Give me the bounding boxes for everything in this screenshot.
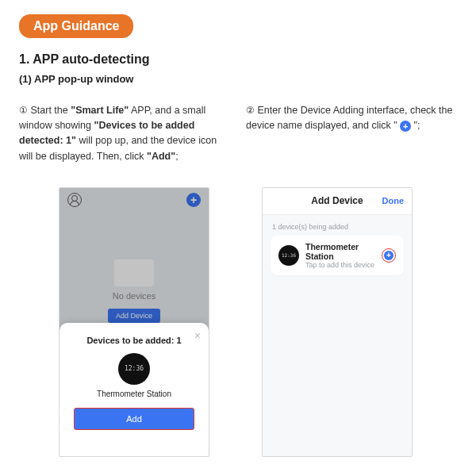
plus-icon: +: [384, 251, 393, 260]
section-badge: App Guidance: [19, 14, 133, 38]
device-row-hint: Tap to add this device: [305, 261, 375, 269]
done-button[interactable]: Done: [382, 188, 405, 214]
screenshot-popup: + No devices Add Device × Devices to be …: [59, 187, 209, 457]
being-added-label: 1 device(s) being added: [263, 215, 412, 236]
device-name-label: Thermometer Station: [69, 390, 199, 398]
add-device-header: Add Device: [311, 195, 363, 206]
device-row[interactable]: 12:36 Thermometer Station Tap to add thi…: [271, 236, 404, 275]
step-2-marker: ②: [246, 103, 255, 118]
step-2-text: ② Enter the Device Adding interface, che…: [246, 103, 457, 134]
device-icon: 12:36: [278, 245, 299, 266]
device-row-name: Thermometer Station: [305, 242, 375, 261]
popup-title: Devices to be added: 1: [69, 336, 199, 345]
devices-to-add-popup: × Devices to be added: 1 12:36 Thermomet…: [60, 323, 209, 456]
screenshot-add-device: Add Device Done 1 device(s) being added …: [262, 187, 413, 457]
section-title: 1. APP auto-detecting: [19, 52, 457, 67]
device-icon: 12:36: [118, 353, 150, 385]
section-subtitle: (1) APP pop-up window: [19, 73, 457, 85]
plus-icon: +: [400, 121, 411, 132]
step-1-marker: ①: [19, 103, 28, 118]
close-icon[interactable]: ×: [194, 329, 201, 342]
add-device-row-plus-button[interactable]: +: [382, 248, 396, 263]
step-1-text: ① Start the "Smart Life" APP, and a smal…: [19, 103, 230, 165]
add-button[interactable]: Add: [74, 408, 194, 430]
